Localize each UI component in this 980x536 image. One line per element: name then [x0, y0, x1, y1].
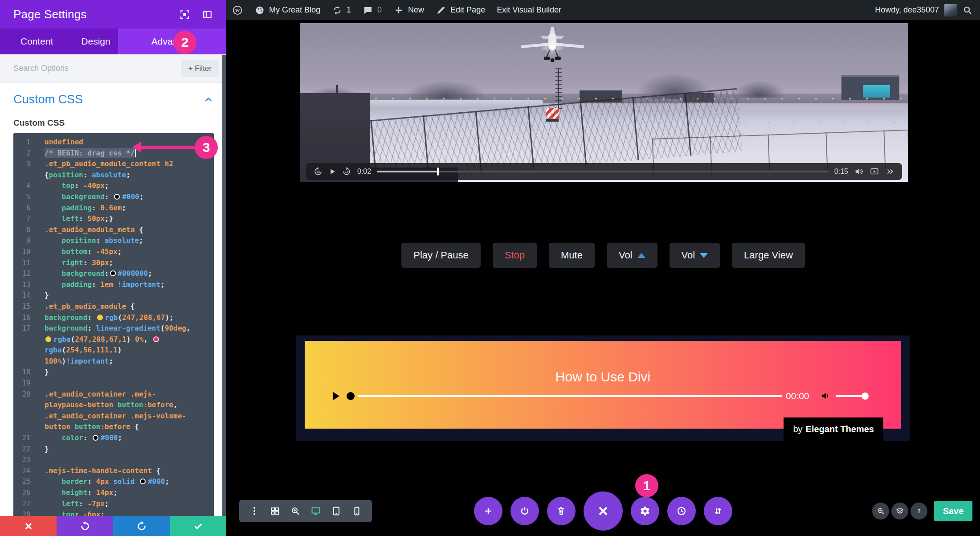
edit-page[interactable]: Edit Page [430, 0, 491, 20]
publish-settings-button[interactable] [510, 497, 539, 525]
video-controls-left: 1515 [313, 167, 351, 176]
layers-button[interactable] [891, 503, 908, 520]
video-module[interactable]: 1515 0:02 0:15 [295, 21, 912, 182]
audio-module[interactable]: How to Use Divi 00:00 by Elegant Themes [296, 336, 910, 441]
vol-down-button[interactable]: Vol [670, 243, 720, 268]
tablet-view-button[interactable] [331, 506, 342, 516]
wireframe-view-button[interactable] [270, 506, 280, 516]
tab-design[interactable]: Design [74, 29, 118, 54]
undo-button[interactable] [57, 516, 113, 536]
line-number: 26 [13, 487, 32, 499]
panel-scrollbar[interactable] [222, 55, 226, 516]
volume-icon[interactable] [854, 167, 864, 176]
site-menu[interactable]: My Great Blog [249, 0, 326, 20]
color-swatch-icon [153, 336, 159, 342]
color-swatch-icon [114, 194, 120, 200]
save-button[interactable]: Save [934, 501, 972, 521]
large-view-button[interactable]: Large View [732, 243, 805, 268]
button-label: Mute [561, 250, 583, 261]
line-number: 28 [13, 509, 32, 516]
page-settings-panel: Page Settings ContentDesignAdvanced + Fi… [0, 0, 226, 536]
code-content: .et_audio_container .mejs-playpause-butt… [32, 389, 211, 433]
add-button[interactable] [474, 497, 502, 525]
code-content: background:#000000; [32, 268, 211, 279]
wordpress-menu[interactable]: W [226, 0, 249, 20]
accept-button[interactable] [170, 516, 226, 536]
updates[interactable]: 1 [326, 0, 357, 20]
code-content: background: #000; [32, 192, 211, 203]
page-settings-button[interactable] [631, 497, 659, 525]
search-icon[interactable] [962, 5, 973, 16]
annotation-arrow-head [132, 142, 141, 152]
skip-forward-15-icon[interactable]: 15 [342, 167, 351, 176]
code-line: 10 bottom: -45px; [13, 246, 211, 258]
close-expanded-button[interactable] [584, 491, 623, 531]
drag-handle-icon[interactable] [249, 506, 260, 516]
code-line: 22} [13, 444, 211, 455]
new-content[interactable]: New [388, 0, 430, 20]
audio-volume-handle[interactable] [862, 393, 869, 400]
code-content: } [32, 290, 211, 301]
code-editor[interactable]: 1undefined2/* BEGIN: drag css */3.et_pb_… [13, 133, 214, 516]
video-scrubber[interactable] [437, 168, 439, 176]
code-line: 8.et_audio_module_meta { [13, 225, 211, 236]
tab-label: Design [81, 36, 110, 47]
line-number: 16 [13, 312, 32, 323]
line-number: 15 [13, 301, 32, 312]
redo-button[interactable] [113, 516, 170, 536]
video-progress-fill [377, 171, 438, 172]
expand-modal-icon[interactable] [179, 9, 190, 20]
snap-panel-icon[interactable] [202, 9, 213, 20]
audio-volume-bar[interactable] [836, 395, 865, 397]
color-swatch-icon [140, 479, 146, 484]
audio-progress-bar[interactable] [358, 395, 782, 397]
discard-button[interactable] [0, 516, 57, 536]
video-progress-bar[interactable] [377, 171, 829, 172]
playback-speed-icon[interactable] [885, 167, 895, 176]
skip-back-15-icon[interactable]: 15 [313, 167, 323, 176]
redo-icon [136, 521, 147, 532]
picture-in-picture-icon[interactable] [870, 167, 879, 176]
code-line: 17background: linear-gradient(90deg,rgba… [13, 323, 211, 367]
code-line: 24.mejs-time-handle-content { [13, 466, 211, 477]
line-number: 10 [13, 246, 32, 258]
play-pause-button[interactable]: Play / Pause [401, 243, 481, 268]
code-content: } [32, 367, 211, 378]
help-button[interactable]: ? [911, 503, 927, 520]
panel-title: Page Settings [13, 8, 87, 21]
avatar[interactable] [944, 4, 957, 16]
search-button[interactable] [872, 503, 889, 520]
color-swatch-icon [110, 270, 116, 276]
chevron-up-icon[interactable] [203, 94, 214, 105]
howdy-label[interactable]: Howdy, dee35007 [875, 5, 939, 15]
zoom-view-button[interactable] [290, 506, 301, 516]
code-content: right: 30px; [32, 258, 211, 269]
tab-advanced[interactable]: Advanced [118, 29, 226, 54]
audio-time-handle[interactable] [347, 392, 355, 400]
filter-button[interactable]: + Filter [181, 60, 219, 77]
desktop-view-button[interactable] [310, 506, 321, 516]
search-options-input[interactable] [13, 64, 181, 73]
play-icon[interactable] [328, 168, 336, 176]
comments[interactable]: 0 [357, 0, 388, 20]
code-content: color: #000; [32, 433, 211, 444]
mute-button[interactable]: Mute [549, 243, 595, 268]
delete-button[interactable] [547, 497, 576, 525]
code-line: 12 background:#000000; [13, 268, 211, 279]
audio-play-icon[interactable] [333, 392, 339, 400]
code-content [32, 378, 211, 389]
custom-css-section-header[interactable]: Custom CSS [13, 93, 214, 106]
code-content: padding: 0.6em; [32, 203, 211, 214]
speaker-icon[interactable] [820, 390, 832, 402]
phone-view-button[interactable] [351, 506, 362, 516]
vol-up-button[interactable]: Vol [607, 243, 657, 268]
history-button[interactable] [667, 497, 696, 525]
exit-visual-builder[interactable]: Exit Visual Builder [491, 0, 567, 20]
panel-search-row: + Filter [0, 54, 226, 83]
tab-content[interactable]: Content [0, 29, 74, 54]
portability-button[interactable] [704, 497, 732, 525]
code-line: 28 top: -6px; [13, 509, 211, 516]
line-number: 4 [13, 180, 32, 192]
stop-button[interactable]: Stop [493, 243, 537, 268]
line-number: 24 [13, 466, 32, 477]
